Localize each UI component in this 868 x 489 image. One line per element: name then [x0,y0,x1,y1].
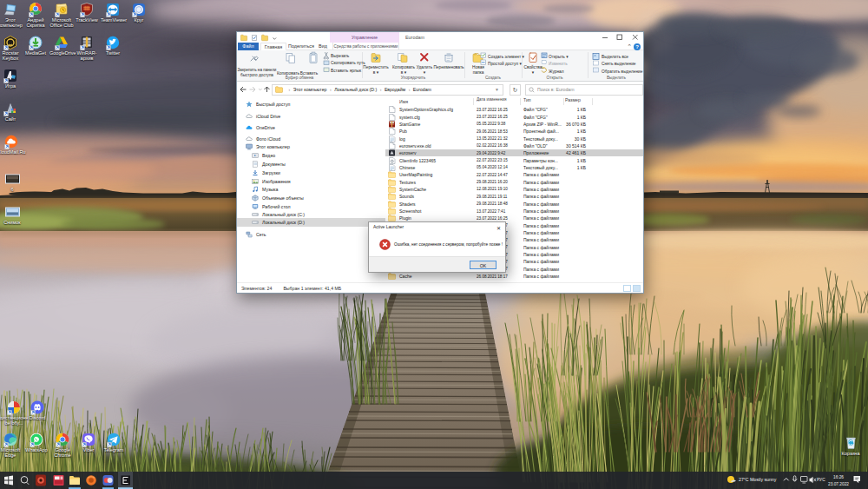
svg-text:27°C Mostly sunny: 27°C Mostly sunny [739,477,777,482]
svg-text:16:26: 16:26 [833,475,844,479]
svg-text:РУС: РУС [817,478,825,482]
svg-text:23.07.2022: 23.07.2022 [828,482,849,486]
